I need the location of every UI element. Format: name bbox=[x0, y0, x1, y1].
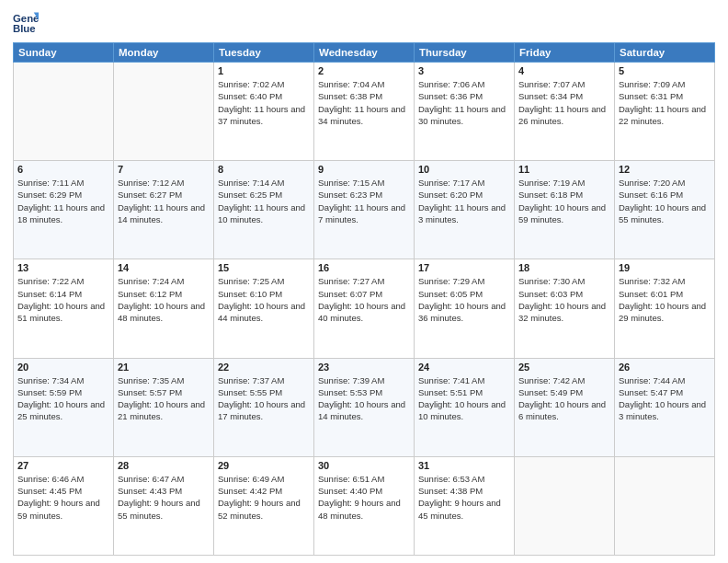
day-number: 28 bbox=[118, 460, 210, 471]
calendar-cell bbox=[615, 456, 715, 555]
day-number: 19 bbox=[619, 262, 711, 273]
day-info: Sunrise: 7:12 AMSunset: 6:27 PMDaylight:… bbox=[118, 177, 210, 225]
calendar-cell: 11Sunrise: 7:19 AMSunset: 6:18 PMDayligh… bbox=[515, 161, 615, 259]
day-number: 21 bbox=[118, 362, 210, 373]
calendar-cell: 5Sunrise: 7:09 AMSunset: 6:31 PMDaylight… bbox=[615, 63, 715, 161]
weekday-header-sunday: Sunday bbox=[14, 43, 114, 63]
day-number: 10 bbox=[418, 164, 510, 175]
calendar-cell: 21Sunrise: 7:35 AMSunset: 5:57 PMDayligh… bbox=[114, 358, 214, 456]
weekday-header-wednesday: Wednesday bbox=[314, 43, 415, 63]
day-number: 31 bbox=[418, 460, 510, 471]
calendar-cell: 19Sunrise: 7:32 AMSunset: 6:01 PMDayligh… bbox=[615, 259, 715, 358]
day-number: 18 bbox=[518, 262, 610, 273]
calendar-cell: 14Sunrise: 7:24 AMSunset: 6:12 PMDayligh… bbox=[114, 259, 214, 358]
weekday-header-monday: Monday bbox=[114, 43, 214, 63]
day-number: 20 bbox=[17, 362, 109, 373]
day-info: Sunrise: 6:53 AMSunset: 4:38 PMDaylight:… bbox=[418, 473, 510, 522]
day-info: Sunrise: 7:11 AMSunset: 6:29 PMDaylight:… bbox=[17, 177, 109, 225]
day-info: Sunrise: 6:46 AMSunset: 4:45 PMDaylight:… bbox=[17, 473, 109, 522]
day-info: Sunrise: 7:02 AMSunset: 6:40 PMDaylight:… bbox=[218, 78, 310, 127]
day-number: 1 bbox=[218, 65, 310, 76]
day-info: Sunrise: 7:14 AMSunset: 6:25 PMDaylight:… bbox=[218, 177, 310, 225]
day-number: 7 bbox=[118, 164, 210, 175]
day-info: Sunrise: 7:25 AMSunset: 6:10 PMDaylight:… bbox=[218, 275, 310, 324]
svg-text:General: General bbox=[13, 13, 39, 24]
day-info: Sunrise: 7:30 AMSunset: 6:03 PMDaylight:… bbox=[518, 275, 610, 324]
calendar-cell: 24Sunrise: 7:41 AMSunset: 5:51 PMDayligh… bbox=[415, 358, 515, 456]
calendar-cell: 29Sunrise: 6:49 AMSunset: 4:42 PMDayligh… bbox=[214, 456, 314, 555]
day-number: 15 bbox=[218, 262, 310, 273]
calendar-cell: 13Sunrise: 7:22 AMSunset: 6:14 PMDayligh… bbox=[14, 259, 114, 358]
day-number: 29 bbox=[218, 460, 310, 471]
calendar-week-row: 13Sunrise: 7:22 AMSunset: 6:14 PMDayligh… bbox=[14, 259, 715, 358]
calendar-cell: 4Sunrise: 7:07 AMSunset: 6:34 PMDaylight… bbox=[515, 63, 615, 161]
day-info: Sunrise: 7:20 AMSunset: 6:16 PMDaylight:… bbox=[619, 177, 711, 225]
day-info: Sunrise: 7:04 AMSunset: 6:38 PMDaylight:… bbox=[318, 78, 410, 127]
day-number: 2 bbox=[318, 65, 410, 76]
day-info: Sunrise: 7:32 AMSunset: 6:01 PMDaylight:… bbox=[619, 275, 711, 324]
calendar-week-row: 6Sunrise: 7:11 AMSunset: 6:29 PMDaylight… bbox=[14, 161, 715, 259]
calendar-cell bbox=[515, 456, 615, 555]
calendar-week-row: 27Sunrise: 6:46 AMSunset: 4:45 PMDayligh… bbox=[14, 456, 715, 555]
day-info: Sunrise: 7:44 AMSunset: 5:47 PMDaylight:… bbox=[619, 374, 711, 423]
day-number: 13 bbox=[17, 262, 109, 273]
svg-text:Blue: Blue bbox=[13, 23, 36, 34]
calendar-cell: 2Sunrise: 7:04 AMSunset: 6:38 PMDaylight… bbox=[314, 63, 415, 161]
calendar-cell: 30Sunrise: 6:51 AMSunset: 4:40 PMDayligh… bbox=[314, 456, 415, 555]
day-number: 30 bbox=[318, 460, 410, 471]
calendar-cell: 31Sunrise: 6:53 AMSunset: 4:38 PMDayligh… bbox=[415, 456, 515, 555]
calendar-cell: 8Sunrise: 7:14 AMSunset: 6:25 PMDaylight… bbox=[214, 161, 314, 259]
day-info: Sunrise: 7:22 AMSunset: 6:14 PMDaylight:… bbox=[17, 275, 109, 324]
day-info: Sunrise: 6:51 AMSunset: 4:40 PMDaylight:… bbox=[318, 473, 410, 522]
calendar-cell: 6Sunrise: 7:11 AMSunset: 6:29 PMDaylight… bbox=[14, 161, 114, 259]
day-number: 14 bbox=[118, 262, 210, 273]
weekday-header-tuesday: Tuesday bbox=[214, 43, 314, 63]
calendar-cell: 7Sunrise: 7:12 AMSunset: 6:27 PMDaylight… bbox=[114, 161, 214, 259]
day-number: 17 bbox=[418, 262, 510, 273]
calendar-cell bbox=[114, 63, 214, 161]
day-info: Sunrise: 7:24 AMSunset: 6:12 PMDaylight:… bbox=[118, 275, 210, 324]
calendar-table: SundayMondayTuesdayWednesdayThursdayFrid… bbox=[13, 42, 715, 556]
calendar-cell: 22Sunrise: 7:37 AMSunset: 5:55 PMDayligh… bbox=[214, 358, 314, 456]
day-number: 12 bbox=[619, 164, 711, 175]
calendar-cell: 16Sunrise: 7:27 AMSunset: 6:07 PMDayligh… bbox=[314, 259, 415, 358]
day-number: 23 bbox=[318, 362, 410, 373]
calendar-cell: 17Sunrise: 7:29 AMSunset: 6:05 PMDayligh… bbox=[415, 259, 515, 358]
weekday-header-friday: Friday bbox=[515, 43, 615, 63]
day-number: 5 bbox=[619, 65, 711, 76]
day-info: Sunrise: 7:35 AMSunset: 5:57 PMDaylight:… bbox=[118, 374, 210, 423]
day-number: 6 bbox=[17, 164, 109, 175]
day-number: 25 bbox=[518, 362, 610, 373]
day-info: Sunrise: 6:47 AMSunset: 4:43 PMDaylight:… bbox=[118, 473, 210, 522]
day-info: Sunrise: 7:19 AMSunset: 6:18 PMDaylight:… bbox=[518, 177, 610, 225]
calendar-cell: 15Sunrise: 7:25 AMSunset: 6:10 PMDayligh… bbox=[214, 259, 314, 358]
day-info: Sunrise: 7:41 AMSunset: 5:51 PMDaylight:… bbox=[418, 374, 510, 423]
calendar-cell: 1Sunrise: 7:02 AMSunset: 6:40 PMDaylight… bbox=[214, 63, 314, 161]
calendar-cell: 25Sunrise: 7:42 AMSunset: 5:49 PMDayligh… bbox=[515, 358, 615, 456]
day-number: 27 bbox=[17, 460, 109, 471]
calendar-cell: 23Sunrise: 7:39 AMSunset: 5:53 PMDayligh… bbox=[314, 358, 415, 456]
calendar-week-row: 20Sunrise: 7:34 AMSunset: 5:59 PMDayligh… bbox=[14, 358, 715, 456]
day-number: 8 bbox=[218, 164, 310, 175]
day-number: 4 bbox=[518, 65, 610, 76]
calendar-cell: 26Sunrise: 7:44 AMSunset: 5:47 PMDayligh… bbox=[615, 358, 715, 456]
day-info: Sunrise: 7:42 AMSunset: 5:49 PMDaylight:… bbox=[518, 374, 610, 423]
day-info: Sunrise: 7:07 AMSunset: 6:34 PMDaylight:… bbox=[518, 78, 610, 127]
calendar-week-row: 1Sunrise: 7:02 AMSunset: 6:40 PMDaylight… bbox=[14, 63, 715, 161]
logo: General Blue bbox=[13, 9, 42, 35]
calendar-cell: 10Sunrise: 7:17 AMSunset: 6:20 PMDayligh… bbox=[415, 161, 515, 259]
day-info: Sunrise: 7:34 AMSunset: 5:59 PMDaylight:… bbox=[17, 374, 109, 423]
calendar-cell: 12Sunrise: 7:20 AMSunset: 6:16 PMDayligh… bbox=[615, 161, 715, 259]
page-header: General Blue bbox=[13, 9, 715, 35]
day-number: 11 bbox=[518, 164, 610, 175]
day-number: 16 bbox=[318, 262, 410, 273]
calendar-cell: 9Sunrise: 7:15 AMSunset: 6:23 PMDaylight… bbox=[314, 161, 415, 259]
calendar-cell bbox=[14, 63, 114, 161]
day-number: 9 bbox=[318, 164, 410, 175]
calendar-cell: 18Sunrise: 7:30 AMSunset: 6:03 PMDayligh… bbox=[515, 259, 615, 358]
calendar-cell: 3Sunrise: 7:06 AMSunset: 6:36 PMDaylight… bbox=[415, 63, 515, 161]
calendar-cell: 27Sunrise: 6:46 AMSunset: 4:45 PMDayligh… bbox=[14, 456, 114, 555]
day-info: Sunrise: 6:49 AMSunset: 4:42 PMDaylight:… bbox=[218, 473, 310, 522]
day-info: Sunrise: 7:17 AMSunset: 6:20 PMDaylight:… bbox=[418, 177, 510, 225]
day-info: Sunrise: 7:37 AMSunset: 5:55 PMDaylight:… bbox=[218, 374, 310, 423]
